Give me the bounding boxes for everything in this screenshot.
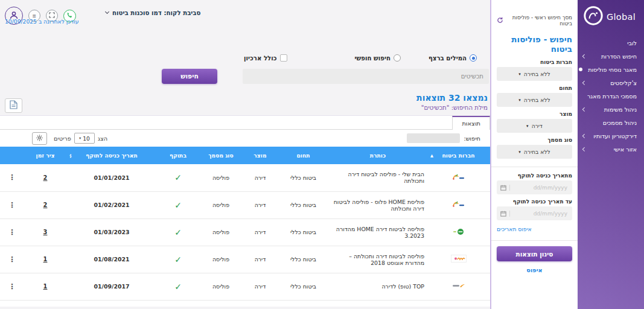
row-menu-icon[interactable]: ⋮ [8, 282, 16, 291]
sidebar-item-checklists[interactable]: צ'קליסטים [578, 76, 644, 89]
client-environment-dropdown[interactable]: סביבת לקוח: דמו סוכנות ביטוח [106, 10, 200, 16]
filter-results-button[interactable]: סינון תוצאות [497, 246, 572, 261]
refresh-icon[interactable] [497, 17, 503, 25]
domain-select[interactable]: ללא בחירה ▾ [497, 93, 572, 107]
brand-name: Global [607, 12, 636, 22]
table-row[interactable]: פוליסה לביטוח דירה HOME מהדורה 3.2023 בי… [0, 218, 490, 246]
row-menu-icon[interactable]: ⋮ [8, 228, 16, 237]
brand: Global [578, 0, 644, 36]
sort-both-icon: ▴▾ [69, 153, 71, 158]
sidebar-item-policy-wordings-db[interactable]: מאגר נוסחי פוליסות [578, 63, 644, 76]
calendar-icon[interactable] [500, 185, 510, 191]
caret-down-icon: ▾ [518, 150, 521, 154]
reset-button[interactable]: איפוס [497, 267, 572, 273]
timeline-link[interactable]: 3 [43, 229, 48, 235]
header-effective-date[interactable]: ▴▾תאריך כניסה לתוקף [66, 147, 157, 164]
timeline-link[interactable]: 2 [43, 202, 48, 208]
results-table: ▲חברות ביטוח כותרת תחום מוצר סוג מסמך בת… [0, 147, 490, 307]
doc-type-label: סוג מסמך [497, 137, 572, 143]
header-title[interactable]: כותרת [329, 147, 427, 164]
search-options: המילים ברצף חיפוש חופשי כולל ארכיון [0, 54, 490, 62]
checkbox-icon [280, 54, 287, 62]
table-settings-button[interactable] [32, 132, 47, 145]
header-domain[interactable]: תחום [278, 147, 329, 164]
chevron-left-icon [582, 54, 586, 58]
gear-icon [36, 134, 43, 143]
chevron-left-icon [582, 134, 586, 138]
items-label: פריטים [54, 135, 71, 142]
header-timeline[interactable]: ציר זמן [24, 147, 66, 164]
search-button[interactable]: חיפוש [162, 69, 217, 84]
table-search-label: חיפוש: [464, 135, 480, 142]
sidebar-item-db-definition-docs[interactable]: מסמכי הגדרת מאגר [578, 89, 644, 103]
caret-down-icon: ▾ [518, 72, 521, 77]
app-root: Global לובי חיפוש הסדרות מאגר נוסחי פולי… [0, 0, 644, 309]
chevron-left-icon [582, 107, 586, 111]
product-select[interactable]: דירה ▾ [497, 119, 572, 133]
insurer-logo [451, 173, 466, 181]
insurer-label: חברות ביטוח [497, 59, 572, 65]
table-search: חיפוש: [407, 133, 480, 143]
insurer-logo [452, 228, 465, 235]
timeline-link[interactable]: 1 [43, 283, 48, 290]
sidebar-item-board-committees[interactable]: דירקטוריון ועדותיו [578, 129, 644, 142]
timeline-link[interactable]: 2 [43, 174, 48, 181]
last-updated-text: עודכן לאחרונה ב 10/09/2025 [5, 18, 78, 25]
date-to-input[interactable] [510, 210, 569, 217]
topbar: ≡ סביבת לקוח: דמו סוכנות ביטוח עודכן לאח… [0, 0, 490, 28]
radio-exact-phrase[interactable]: המילים ברצף [429, 54, 477, 62]
header-product[interactable]: מוצר [243, 147, 278, 164]
insurer-select[interactable]: ללא בחירה ▾ [497, 67, 572, 81]
caret-down-icon: ▾ [518, 98, 521, 103]
table-row[interactable]: TOP (טופ) לדירה ביטוח כללי דירה פוליסה ✓… [0, 273, 490, 300]
domain-label: תחום [497, 85, 572, 91]
row-menu-icon[interactable]: ⋮ [8, 201, 16, 209]
checkbox-include-archive[interactable]: כולל ארכיון [244, 54, 287, 62]
main-content: ≡ סביבת לקוח: דמו סוכנות ביטוח עודכן לאח… [0, 0, 490, 309]
insurer-logo [452, 283, 465, 289]
valid-check-icon: ✓ [174, 282, 182, 291]
table-filter-input[interactable] [407, 133, 460, 143]
caret-down-icon: ▾ [79, 136, 81, 141]
chevron-left-icon [582, 147, 586, 151]
table-header-row: ▲חברות ביטוח כותרת תחום מוצר סוג מסמך בת… [0, 147, 490, 164]
divider [491, 240, 578, 241]
radio-free-search[interactable]: חיפוש חופשי [355, 54, 401, 62]
tab-results[interactable]: תוצאות [452, 116, 490, 130]
global-logo-icon [583, 5, 604, 28]
header-in-effect[interactable]: בתוקף [157, 147, 199, 164]
export-file-button[interactable] [5, 98, 22, 113]
product-label: מוצר [497, 111, 572, 117]
sidebar-item-task-management[interactable]: ניהול משימות [578, 103, 644, 116]
date-from-input[interactable] [510, 184, 569, 191]
table-row[interactable]: פוליסה לביטוח דירה ותכולתה – מהדורת אוגו… [0, 246, 490, 273]
radio-icon-selected [470, 54, 477, 62]
active-item-dot [579, 68, 582, 71]
calendar-icon[interactable] [500, 211, 510, 217]
doc-type-select[interactable]: ללא בחירה ▾ [497, 145, 572, 159]
table-controls: חיפוש: הצג 10 ▾ פריטים [0, 130, 490, 147]
sidebar-item-lobby[interactable]: לובי [578, 36, 644, 49]
table-row[interactable]: הבית שלי - פוליסה לביטוח דירה ותכולתה בי… [0, 164, 490, 191]
reset-dates-link[interactable]: איפוס תאריכים [497, 226, 572, 232]
chevron-left-icon [582, 81, 586, 84]
row-menu-icon[interactable]: ⋮ [8, 255, 16, 264]
header-doc-type[interactable]: סוג מסמך [199, 147, 243, 164]
results-card: תוצאות חיפוש: הצג 10 ▾ פריטים [0, 115, 490, 307]
sidebar-item-arrangements-search[interactable]: חיפוש הסדרות [578, 49, 644, 63]
chevron-down-icon [105, 10, 109, 14]
tab-bar: תוצאות [0, 116, 490, 130]
search-term-text: מילת החיפוש: "תכשיטים" [0, 104, 488, 111]
table-row[interactable]: פוליסת HOME פלוס - פוליסה לביטוח דירה ות… [0, 191, 490, 218]
search-query-input[interactable] [243, 69, 489, 84]
page-size-select[interactable]: 10 ▾ [74, 133, 95, 144]
row-menu-icon[interactable]: ⋮ [8, 173, 16, 182]
date-from-label: מתאריך כניסה לתוקף [497, 173, 572, 179]
header-insurance-companies[interactable]: ▲חברות ביטוח [427, 147, 490, 164]
results-header: נמצאו 32 תוצאות מילת החיפוש: "תכשיטים" [0, 93, 490, 111]
timeline-link[interactable]: 1 [43, 256, 48, 263]
divider [491, 167, 578, 167]
radio-icon [394, 54, 401, 62]
sidebar-item-document-management[interactable]: ניהול מסמכים [578, 116, 644, 129]
sidebar-item-personal-area[interactable]: אזור אישי [578, 142, 644, 156]
